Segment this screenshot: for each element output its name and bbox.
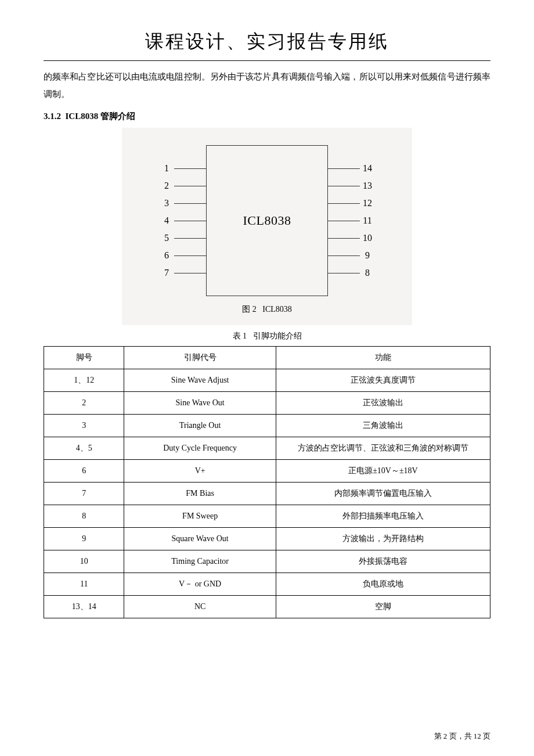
cell-func: 正弦波输出 [276, 392, 490, 415]
cell-code: Square Wave Out [124, 528, 276, 550]
pin-line-icon [174, 221, 206, 221]
pin-number: 12 [360, 198, 375, 208]
table-row: 13、14NC空脚 [44, 596, 490, 618]
pin-number: 11 [360, 215, 375, 226]
pin-number: 3 [159, 198, 174, 208]
cell-code: Timing Capacitor [124, 550, 276, 573]
pin-line-icon [174, 255, 206, 256]
section-number: 3.1.2 [44, 111, 61, 121]
cell-pin: 4、5 [44, 437, 124, 460]
table-caption-text: 引脚功能介绍 [253, 332, 302, 340]
cell-code: FM Sweep [124, 505, 276, 528]
cell-func: 三角波输出 [276, 415, 490, 437]
pin-left: 2 [159, 177, 206, 195]
cell-code: Triangle Out [124, 415, 276, 437]
cell-code: Sine Wave Out [124, 392, 276, 415]
cell-func: 内部频率调节偏置电压输入 [276, 483, 490, 505]
pin-right: 8 [328, 264, 375, 282]
pin-line-icon [328, 273, 360, 273]
pin-left: 1 [159, 160, 206, 177]
th-func: 功能 [276, 347, 490, 369]
pin-left: 6 [159, 247, 206, 264]
pin-line-icon [328, 168, 360, 169]
chip-body: ICL8038 [206, 145, 328, 296]
pin-left: 5 [159, 229, 206, 247]
pin-line-icon [328, 238, 360, 239]
table-row: 1、12Sine Wave Adjust正弦波失真度调节 [44, 369, 490, 392]
cell-code: FM Bias [124, 483, 276, 505]
pin-number: 1 [159, 163, 174, 174]
pin-line-icon [328, 221, 360, 221]
th-pin: 脚号 [44, 347, 124, 369]
cell-func: 正弦波失真度调节 [276, 369, 490, 392]
figure-caption-prefix: 图 2 [242, 305, 257, 314]
pin-number: 4 [159, 215, 174, 226]
table-row: 4、5Duty Cycle Frequency方波的占空比调节、正弦波和三角波的… [44, 437, 490, 460]
pin-right: 9 [328, 247, 375, 264]
cell-func: 外接振荡电容 [276, 550, 490, 573]
pin-right: 11 [328, 212, 375, 229]
pin-line-icon [174, 273, 206, 273]
cell-pin: 2 [44, 392, 124, 415]
pin-line-icon [174, 238, 206, 239]
document-page: 课程设计、实习报告专用纸 的频率和占空比还可以由电流或电阻控制。另外由于该芯片具… [0, 0, 534, 756]
pin-number: 9 [360, 250, 375, 261]
pin-line-icon [328, 203, 360, 204]
pin-number: 7 [159, 268, 174, 278]
section-heading: 3.1.2 ICL8038 管脚介绍 [44, 111, 490, 122]
cell-pin: 7 [44, 483, 124, 505]
pin-left: 3 [159, 195, 206, 212]
cell-func: 外部扫描频率电压输入 [276, 505, 490, 528]
cell-pin: 6 [44, 460, 124, 483]
cell-pin: 10 [44, 550, 124, 573]
page-title: 课程设计、实习报告专用纸 [44, 29, 490, 61]
pin-right: 10 [328, 229, 375, 247]
cell-pin: 8 [44, 505, 124, 528]
pin-function-table: 脚号 引脚代号 功能 1、12Sine Wave Adjust正弦波失真度调节 … [44, 346, 490, 618]
pin-number: 14 [360, 163, 375, 174]
pin-right: 13 [328, 177, 375, 195]
th-code: 引脚代号 [124, 347, 276, 369]
cell-func: 方波输出，为开路结构 [276, 528, 490, 550]
pin-line-icon [174, 203, 206, 204]
pin-number: 8 [360, 268, 375, 278]
pin-left: 4 [159, 212, 206, 229]
table-row: 11V－ or GND负电原或地 [44, 573, 490, 596]
pin-number: 10 [360, 233, 375, 243]
table-caption: 表 1 引脚功能介绍 [44, 331, 490, 341]
pin-left: 7 [159, 264, 206, 282]
figure-caption: 图 2 ICL8038 [122, 304, 412, 315]
figure-caption-text: ICL8038 [262, 305, 292, 314]
table-caption-prefix: 表 1 [233, 332, 247, 340]
table-row: 8FM Sweep外部扫描频率电压输入 [44, 505, 490, 528]
table-row: 3Triangle Out三角波输出 [44, 415, 490, 437]
pin-column-left: 1 2 3 4 5 6 7 [159, 160, 206, 282]
cell-pin: 13、14 [44, 596, 124, 618]
pin-number: 13 [360, 181, 375, 191]
cell-func: 空脚 [276, 596, 490, 618]
cell-code: V－ or GND [124, 573, 276, 596]
pin-right: 12 [328, 195, 375, 212]
cell-func: 方波的占空比调节、正弦波和三角波的对称调节 [276, 437, 490, 460]
page-footer: 第 2 页，共 12 页 [434, 731, 491, 741]
pin-number: 2 [159, 181, 174, 191]
table-row: 10Timing Capacitor外接振荡电容 [44, 550, 490, 573]
cell-pin: 11 [44, 573, 124, 596]
cell-code: V+ [124, 460, 276, 483]
pin-right: 14 [328, 160, 375, 177]
cell-pin: 3 [44, 415, 124, 437]
cell-code: Duty Cycle Frequency [124, 437, 276, 460]
pin-column-right: 14 13 12 11 10 9 8 [328, 160, 375, 282]
table-row: 6V+正电源±10V～±18V [44, 460, 490, 483]
cell-func: 负电原或地 [276, 573, 490, 596]
table-row: 7FM Bias内部频率调节偏置电压输入 [44, 483, 490, 505]
intro-paragraph: 的频率和占空比还可以由电流或电阻控制。另外由于该芯片具有调频信号输入端，所以可以… [44, 68, 490, 103]
pin-number: 6 [159, 250, 174, 261]
cell-code: NC [124, 596, 276, 618]
chip-area: 1 2 3 4 5 6 7 ICL8038 14 13 12 11 10 9 8 [122, 145, 412, 296]
pin-line-icon [328, 186, 360, 186]
pin-line-icon [174, 168, 206, 169]
chip-diagram: 1 2 3 4 5 6 7 ICL8038 14 13 12 11 10 9 8 [122, 128, 412, 325]
pin-number: 5 [159, 233, 174, 243]
table-row: 9Square Wave Out方波输出，为开路结构 [44, 528, 490, 550]
